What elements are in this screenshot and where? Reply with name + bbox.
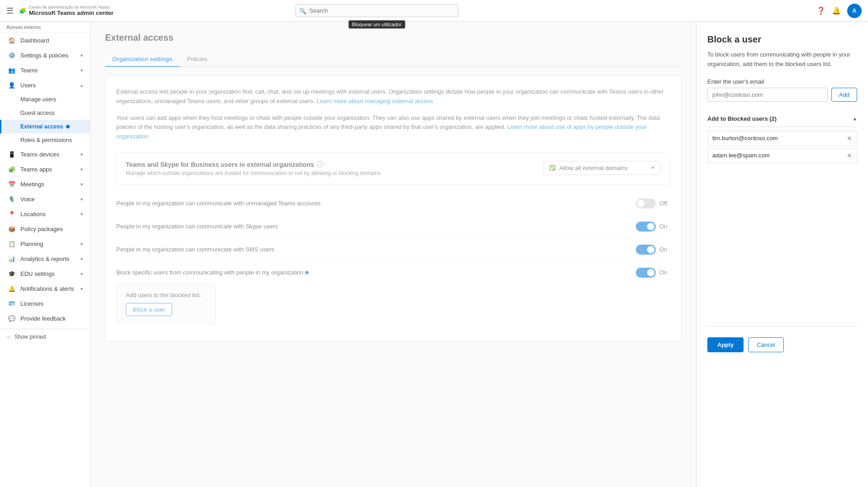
sidebar-item-policy-packages[interactable]: 📦 Policy packages: [0, 222, 90, 236]
sidebar-item-label: Licenses: [20, 300, 43, 307]
remove-user-2-icon[interactable]: ✕: [847, 152, 852, 159]
sidebar-item-external-access[interactable]: External access: [0, 120, 90, 133]
toggle-unmanaged[interactable]: [636, 199, 656, 208]
search-bar[interactable]: 🔍 Bloquear um utilizador: [296, 4, 458, 17]
setting-row-block: Block specific users from communicating …: [116, 261, 670, 330]
teams-skype-section: Teams and Skype for Business users in ex…: [116, 152, 670, 185]
sidebar-item-label: External access: [20, 123, 63, 130]
sidebar-item-users[interactable]: 👤 Users ▲: [0, 78, 90, 93]
meetings-icon: 📅: [8, 181, 16, 188]
sidebar-item-label: Planning: [20, 241, 75, 247]
toggle-control-block: On: [636, 268, 670, 278]
analytics-icon: 📊: [8, 255, 16, 262]
chevron-down-icon: ▼: [80, 152, 84, 157]
app-logo: 🧩 Centro de administração do Microsoft T…: [19, 5, 114, 16]
tab-org-settings[interactable]: Organization settings: [105, 52, 180, 67]
panel-actions: Apply Cancel: [707, 326, 857, 352]
sidebar-item-dashboard[interactable]: 🏠 Dashboard: [0, 33, 90, 48]
apply-button[interactable]: Apply: [707, 337, 744, 352]
toggle-control-skype: On: [636, 222, 670, 232]
sidebar-item-label: Settings & policies: [20, 52, 75, 59]
sidebar-item-analytics-reports[interactable]: 📊 Analytics & reports ▼: [0, 251, 90, 266]
sidebar-item-manage-users[interactable]: Manage users: [0, 93, 90, 106]
description-1: External access lets people in your orga…: [116, 87, 670, 106]
help-icon[interactable]: ❓: [816, 6, 825, 15]
planning-icon: 📋: [8, 241, 16, 247]
blocked-section-header[interactable]: Add to Blocked users (2) ▲: [707, 111, 857, 127]
setting-row-unmanaged: People in my organization can communicat…: [116, 192, 670, 215]
description-2: Your users can add apps when they host m…: [116, 113, 670, 142]
chevron-down-icon: ▼: [80, 242, 84, 246]
teams-icon: 👥: [8, 67, 16, 74]
user-avatar[interactable]: A: [847, 4, 862, 18]
sidebar-item-label: Users: [20, 82, 75, 89]
show-pinned[interactable]: ··· Show pinned: [6, 334, 84, 340]
setting-label: People in my organization can communicat…: [116, 246, 274, 253]
sidebar-item-planning[interactable]: 📋 Planning ▼: [0, 236, 90, 251]
cancel-button[interactable]: Cancel: [748, 337, 783, 352]
licenses-icon: 🪪: [8, 300, 16, 307]
sidebar-item-label: Notifications & alerts: [20, 285, 75, 292]
teams-skype-dropdown[interactable]: ✅ Allow all external domains ▼: [543, 161, 661, 175]
toggle-control-unmanaged: Off: [636, 199, 670, 208]
sidebar-item-label: Teams devices: [20, 151, 75, 158]
sidebar-item-label: Provide feedback: [20, 315, 66, 322]
chevron-down-icon: ▼: [80, 287, 84, 291]
sidebar-item-edu-settings[interactable]: 🎓 EDU settings ▼: [0, 266, 90, 281]
tab-policies[interactable]: Policies: [180, 52, 215, 67]
blocked-user-row-1: tim.burton@contoso.com ✕: [707, 131, 857, 146]
sidebar-item-provide-feedback[interactable]: 💬 Provide feedback: [0, 311, 90, 326]
sidebar-item-voice[interactable]: 🎙️ Voice ▼: [0, 192, 90, 207]
chevron-down-icon: ▼: [80, 53, 84, 58]
sidebar-item-roles-permissions[interactable]: Roles & permissions: [0, 133, 90, 147]
sidebar-item-teams-devices[interactable]: 📱 Teams devices ▼: [0, 147, 90, 162]
sidebar-item-meetings[interactable]: 📅 Meetings ▼: [0, 177, 90, 192]
main-content: External access Organization settings Po…: [91, 22, 696, 487]
allow-all-icon: ✅: [549, 165, 556, 171]
toggle-label-block: On: [659, 269, 670, 276]
email-input-row: Add: [707, 88, 857, 102]
hamburger-icon[interactable]: ☰: [6, 6, 14, 16]
users-icon: 👤: [8, 82, 16, 89]
remove-user-1-icon[interactable]: ✕: [847, 135, 852, 142]
toggle-block[interactable]: [636, 268, 656, 278]
settings-icon: ⚙️: [8, 52, 16, 59]
feedback-icon: 💬: [8, 315, 16, 322]
sidebar-item-notifications-alerts[interactable]: 🔔 Notifications & alerts ▼: [0, 281, 90, 296]
blocked-user-row-2: adam.lee@spam.com ✕: [707, 148, 857, 163]
teams-skype-title: Teams and Skype for Business users in ex…: [126, 161, 534, 168]
sidebar-item-label: Teams: [20, 67, 75, 74]
chevron-down-icon: ▼: [80, 167, 84, 172]
sidebar-item-settings[interactable]: ⚙️ Settings & policies ▼: [0, 48, 90, 63]
notifications-icon[interactable]: 🔔: [832, 6, 841, 15]
sidebar-item-licenses[interactable]: 🪪 Licenses: [0, 296, 90, 311]
sidebar-breadcrumb: Acesso externo: [0, 22, 90, 33]
policy-packages-icon: 📦: [8, 226, 16, 232]
sidebar-item-label: EDU settings: [20, 270, 75, 277]
sidebar-item-locations[interactable]: 📍 Locations ▼: [0, 207, 90, 222]
learn-more-link-1[interactable]: Learn more about managing external acces…: [317, 98, 433, 104]
edu-icon: 🎓: [8, 270, 16, 277]
info-icon[interactable]: i: [317, 161, 324, 168]
setting-row-skype: People in my organization can communicat…: [116, 215, 670, 238]
notifications-alerts-icon: 🔔: [8, 285, 16, 292]
teams-skype-desc: Manage which outside organizations are t…: [126, 170, 534, 176]
blocked-user-email-1: tim.burton@contoso.com: [712, 135, 778, 142]
setting-label: People in my organization can communicat…: [116, 223, 278, 230]
email-input[interactable]: [707, 88, 828, 102]
toggle-skype[interactable]: [636, 222, 656, 232]
add-button[interactable]: Add: [831, 88, 857, 102]
sidebar-item-guest-access[interactable]: Guest access: [0, 106, 90, 120]
sidebar-item-label: Roles & permissions: [20, 137, 72, 143]
block-a-user-button[interactable]: Block a user: [126, 303, 172, 316]
sidebar-item-teams-apps[interactable]: 🧩 Teams apps ▼: [0, 162, 90, 177]
chevron-down-icon: ▼: [80, 272, 84, 276]
notification-dot: [66, 125, 70, 128]
teams-apps-icon: 🧩: [8, 166, 16, 173]
sidebar-item-teams[interactable]: 👥 Teams ▼: [0, 63, 90, 78]
tabs-bar: Organization settings Policies: [105, 52, 682, 67]
toggle-sms[interactable]: [636, 245, 656, 255]
search-icon: 🔍: [299, 7, 306, 14]
chevron-down-icon: ▼: [80, 257, 84, 261]
search-input[interactable]: [296, 4, 458, 17]
